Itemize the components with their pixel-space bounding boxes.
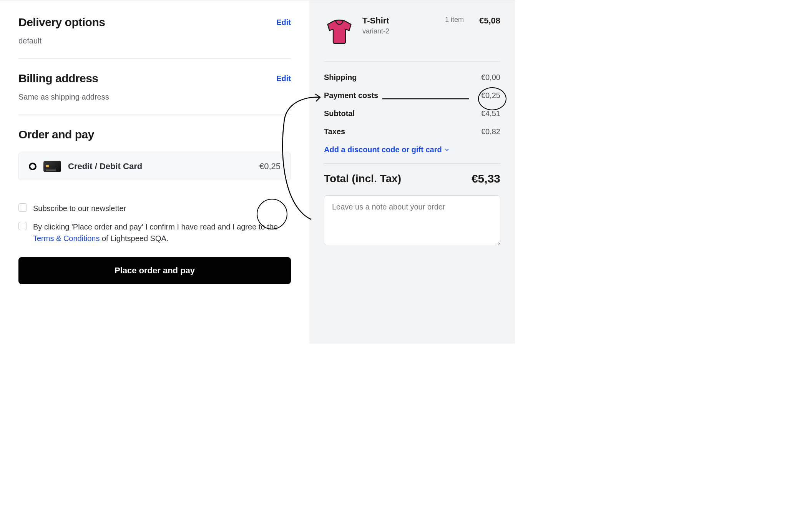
newsletter-label: Subscribe to our newsletter xyxy=(33,203,126,214)
divider xyxy=(324,61,500,62)
billing-value: Same as shipping address xyxy=(18,93,291,101)
payment-method-price: €0,25 xyxy=(259,161,281,171)
delivery-title: Delivery options xyxy=(18,16,105,29)
subtotal-value: €4,51 xyxy=(481,109,500,118)
checkout-main: Delivery options Edit default Billing ad… xyxy=(0,0,309,344)
taxes-value: €0,82 xyxy=(481,127,500,136)
billing-edit-link[interactable]: Edit xyxy=(276,74,291,83)
terms-text: By clicking 'Place order and pay' I conf… xyxy=(33,221,291,244)
terms-suffix: of Lightspeed SQA. xyxy=(100,234,168,243)
newsletter-checkbox[interactable] xyxy=(18,203,27,212)
summary-payment-costs-row: Payment costs €0,25 xyxy=(324,86,500,105)
summary-shipping-row: Shipping €0,00 xyxy=(324,68,500,86)
payment-radio-selected-icon xyxy=(29,163,37,170)
discount-code-link[interactable]: Add a discount code or gift card xyxy=(324,145,450,154)
payment-method-label: Credit / Debit Card xyxy=(68,161,252,171)
total-label: Total (incl. Tax) xyxy=(324,173,401,185)
credit-card-icon xyxy=(43,161,61,172)
payment-costs-label: Payment costs xyxy=(324,91,378,100)
cart-item: T-Shirt variant-2 1 item €5,08 xyxy=(324,16,500,57)
summary-taxes-row: Taxes €0,82 xyxy=(324,123,500,141)
newsletter-row: Subscribe to our newsletter xyxy=(18,203,291,214)
payment-costs-value: €0,25 xyxy=(481,91,500,100)
billing-title: Billing address xyxy=(18,72,98,85)
discount-link-text: Add a discount code or gift card xyxy=(324,145,442,154)
delivery-value: default xyxy=(18,37,291,45)
order-note-input[interactable] xyxy=(324,195,500,245)
cart-item-name: T-Shirt xyxy=(362,16,437,26)
shipping-value: €0,00 xyxy=(481,73,500,82)
billing-section: Billing address Edit Same as shipping ad… xyxy=(18,59,291,115)
subtotal-label: Subtotal xyxy=(324,109,355,118)
terms-prefix: By clicking 'Place order and pay' I conf… xyxy=(33,223,278,231)
total-row: Total (incl. Tax) €5,33 xyxy=(324,172,500,185)
place-order-button[interactable]: Place order and pay xyxy=(18,257,291,284)
summary-subtotal-row: Subtotal €4,51 xyxy=(324,105,500,123)
delivery-edit-link[interactable]: Edit xyxy=(276,18,291,27)
terms-link[interactable]: Terms & Conditions xyxy=(33,234,100,243)
total-value: €5,33 xyxy=(472,172,500,185)
shipping-label: Shipping xyxy=(324,73,357,82)
delivery-section: Delivery options Edit default xyxy=(18,16,291,58)
cart-item-variant: variant-2 xyxy=(362,27,437,35)
chevron-down-icon xyxy=(444,147,450,153)
terms-checkbox[interactable] xyxy=(18,222,27,230)
tshirt-icon xyxy=(324,16,355,47)
payment-method-option[interactable]: Credit / Debit Card €0,25 xyxy=(18,153,291,180)
cart-item-price: €5,08 xyxy=(479,16,500,26)
terms-row: By clicking 'Place order and pay' I conf… xyxy=(18,221,291,244)
order-section: Order and pay Credit / Debit Card €0,25 … xyxy=(18,115,291,284)
divider xyxy=(324,163,500,164)
cart-item-qty: 1 item xyxy=(445,16,464,24)
order-summary-sidebar: T-Shirt variant-2 1 item €5,08 Shipping … xyxy=(309,0,515,344)
taxes-label: Taxes xyxy=(324,127,345,136)
order-title: Order and pay xyxy=(18,128,94,141)
